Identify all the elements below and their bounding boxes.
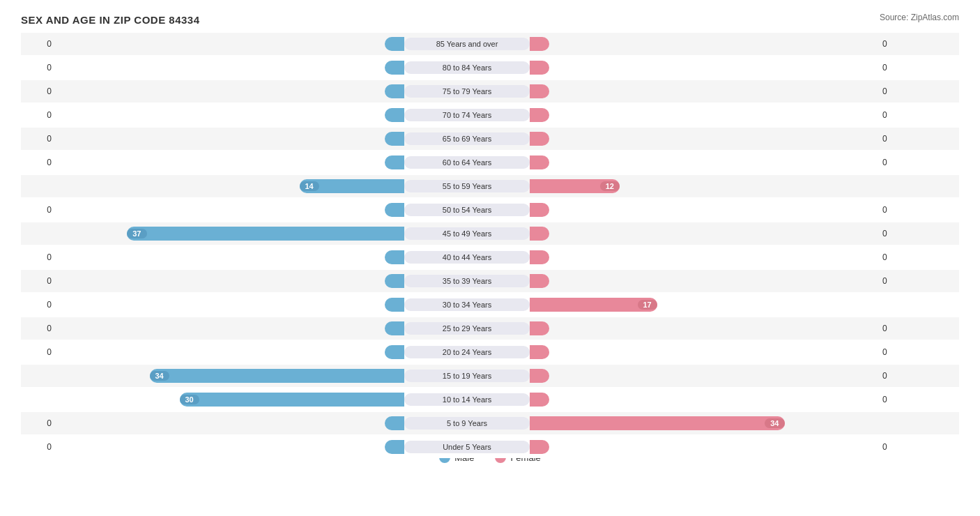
left-bar-container	[56, 345, 404, 359]
right-value: 0	[878, 39, 913, 49]
male-bar	[385, 108, 404, 122]
left-value: 0	[21, 347, 56, 357]
right-bar-container	[530, 84, 878, 98]
left-bar-container	[56, 84, 404, 98]
age-label: 5 to 9 Years	[404, 417, 530, 430]
right-value: 0	[878, 371, 913, 381]
left-value: 0	[21, 39, 56, 49]
right-value: 0	[878, 229, 913, 238]
table-row: 0 80 to 84 Years 0	[21, 56, 959, 79]
right-value: 0	[878, 252, 913, 262]
table-row: 0 50 to 54 Years 0	[21, 199, 959, 221]
female-bar	[530, 250, 549, 264]
source-label: Source: ZipAtlas.com	[880, 13, 959, 22]
male-bar: 30	[180, 393, 405, 407]
right-bar-container: 12	[530, 179, 878, 193]
age-label: 70 to 74 Years	[404, 109, 530, 121]
left-bar-container: 34	[56, 369, 404, 383]
age-label: 25 to 29 Years	[404, 322, 530, 335]
left-bar-container	[56, 203, 404, 217]
left-bar-container: 14	[56, 179, 404, 193]
female-badge: 17	[638, 300, 657, 310]
female-bar	[530, 345, 549, 359]
right-bar-container	[530, 203, 878, 217]
table-row: 0 Under 5 Years 0	[21, 436, 959, 458]
female-bar	[530, 132, 549, 146]
right-value: 0	[878, 110, 913, 120]
table-row: 14 55 to 59 Years 12	[21, 175, 959, 197]
age-label: 60 to 64 Years	[404, 156, 530, 169]
male-bar	[385, 132, 404, 146]
chart-container: SEX AND AGE IN ZIP CODE 84334 Source: Zi…	[0, 0, 980, 516]
male-bar: 34	[150, 369, 405, 383]
age-label: 65 to 69 Years	[404, 132, 530, 145]
right-bar-container: 17	[530, 298, 878, 312]
left-bar-container	[56, 250, 404, 264]
male-bar	[385, 440, 404, 454]
female-bar	[530, 227, 549, 241]
male-bar	[385, 298, 404, 312]
male-bar	[385, 321, 404, 335]
female-badge: 12	[600, 181, 620, 191]
chart-area: 0 85 Years and over 0 0 80 to 84 Years 0	[21, 33, 959, 444]
left-bar-container	[56, 155, 404, 169]
male-bar	[385, 37, 404, 51]
left-bar-container: 30	[56, 393, 404, 407]
table-row: 0 70 to 74 Years 0	[21, 104, 959, 126]
female-bar	[530, 369, 549, 383]
right-bar-container	[530, 345, 878, 359]
left-value: 0	[21, 324, 56, 333]
left-value: 0	[21, 63, 56, 73]
male-badge: 37	[127, 229, 146, 238]
female-bar	[530, 321, 549, 335]
left-value: 0	[21, 158, 56, 167]
right-value: 0	[878, 158, 913, 167]
table-row: 0 40 to 44 Years 0	[21, 246, 959, 268]
male-bar	[385, 274, 404, 288]
left-value: 0	[21, 252, 56, 262]
right-value: 0	[878, 86, 913, 96]
age-label: 55 to 59 Years	[404, 180, 530, 192]
table-row: 37 45 to 49 Years 0	[21, 222, 959, 245]
left-value: 0	[21, 86, 56, 96]
age-label: 45 to 49 Years	[404, 227, 530, 240]
left-value: 0	[21, 276, 56, 286]
right-bar-container	[530, 440, 878, 454]
female-bar	[530, 84, 549, 98]
age-label: 30 to 34 Years	[404, 298, 530, 311]
right-value: 0	[878, 134, 913, 144]
left-bar-container	[56, 274, 404, 288]
right-bar-container	[530, 108, 878, 122]
right-bar-container	[530, 227, 878, 241]
age-label: 20 to 24 Years	[404, 346, 530, 358]
male-bar	[385, 155, 404, 169]
female-bar	[530, 274, 549, 288]
male-bar	[385, 345, 404, 359]
right-bar-container: 34	[530, 416, 878, 430]
male-bar: 37	[127, 227, 404, 241]
right-value: 0	[878, 276, 913, 286]
left-bar-container	[56, 298, 404, 312]
right-value: 0	[878, 395, 913, 404]
left-bar-container	[56, 61, 404, 75]
right-value: 0	[878, 205, 913, 215]
female-badge: 34	[765, 418, 784, 428]
right-value: 0	[878, 324, 913, 333]
right-bar-container	[530, 155, 878, 169]
age-label: 40 to 44 Years	[404, 251, 530, 264]
right-value: 0	[878, 347, 913, 357]
female-bar	[530, 108, 549, 122]
female-bar	[530, 37, 549, 51]
left-value: 0	[21, 205, 56, 215]
table-row: 34 15 to 19 Years 0	[21, 365, 959, 387]
left-bar-container	[56, 37, 404, 51]
table-row: 0 30 to 34 Years 17	[21, 294, 959, 316]
right-bar-container	[530, 132, 878, 146]
male-bar: 14	[300, 179, 405, 193]
female-bar	[530, 393, 549, 407]
female-bar: 17	[530, 298, 657, 312]
left-bar-container	[56, 440, 404, 454]
left-value: 0	[21, 134, 56, 144]
age-label: Under 5 Years	[404, 441, 530, 453]
right-bar-container	[530, 250, 878, 264]
